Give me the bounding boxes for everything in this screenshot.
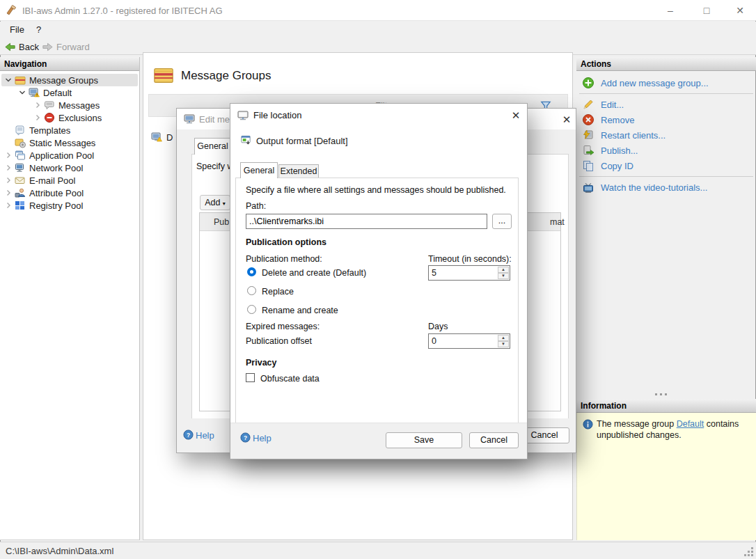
tab-general[interactable]: General — [240, 162, 278, 178]
default-group-icon — [151, 132, 162, 143]
obfuscate-data-checkbox[interactable] — [246, 373, 255, 382]
action-add-message-group[interactable]: Add new message group... — [576, 75, 756, 90]
chevron-right-icon[interactable] — [33, 113, 42, 122]
chevron-right-icon[interactable] — [4, 151, 13, 159]
action-restart-clients[interactable]: Restart clients... — [576, 127, 756, 143]
action-publish[interactable]: Publish... — [576, 143, 756, 158]
resize-grip[interactable] — [744, 547, 753, 556]
timeout-stepper[interactable]: 5 ▲▼ — [428, 265, 510, 281]
radio-delete-and-create[interactable] — [247, 267, 256, 276]
group-row-label: D — [166, 132, 173, 143]
action-label: Add new message group... — [601, 78, 709, 88]
message-groups-icon — [15, 74, 26, 86]
radio-replace-label: Replace — [262, 287, 294, 297]
file-dialog-titlebar: File location ✕ — [230, 104, 527, 126]
back-button[interactable]: Back — [4, 40, 39, 54]
navigation-tree: Message Groups Default Messages Exclusio… — [0, 71, 139, 212]
group-list-row[interactable]: D — [151, 132, 173, 143]
edit-dialog-tab-general[interactable]: General — [194, 138, 231, 155]
tree-item-email-pool[interactable]: E-mail Pool — [1, 174, 138, 187]
tree-item-exclusions[interactable]: Exclusions — [1, 111, 138, 124]
forward-label: Forward — [56, 42, 90, 52]
info-default-link[interactable]: Default — [677, 419, 704, 429]
tree-item-attribute-pool[interactable]: Attribute Pool — [1, 187, 138, 199]
navigation-panel: Navigation Message Groups Default Messag… — [0, 57, 140, 540]
actions-header: Actions — [576, 57, 756, 71]
tree-item-templates[interactable]: Templates — [1, 124, 138, 136]
spin-up-icon[interactable]: ▲ — [498, 267, 509, 273]
file-dialog-close-icon[interactable]: ✕ — [510, 110, 521, 121]
tree-item-message-groups[interactable]: Message Groups — [1, 74, 138, 86]
action-edit[interactable]: Edit... — [576, 97, 756, 112]
attribute-pool-icon — [15, 187, 26, 198]
status-bar: C:\IBI-aws\Admin\Data.xml — [0, 542, 756, 559]
action-copy-id[interactable]: Copy ID — [576, 158, 756, 173]
title-bar: IBI-aws Admin 1.27.0 - registered for IB… — [0, 0, 756, 21]
edit-dialog-close-icon[interactable]: ✕ — [561, 114, 572, 125]
chevron-right-icon[interactable] — [4, 189, 13, 197]
tree-label: Default — [43, 88, 72, 98]
radio-replace[interactable] — [247, 286, 256, 295]
information-body: The message group Default contains unpub… — [576, 413, 756, 540]
action-label: Edit... — [601, 100, 624, 110]
chevron-right-icon[interactable] — [4, 201, 13, 210]
actions-separator — [579, 176, 753, 177]
offset-stepper[interactable]: 0 ▲▼ — [428, 333, 510, 349]
spin-down-icon[interactable]: ▼ — [498, 341, 509, 347]
chevron-right-icon[interactable] — [4, 176, 13, 184]
file-dialog-description: Specify a file where all settings and me… — [246, 185, 514, 195]
output-format-icon — [240, 134, 252, 146]
help-icon: ? — [183, 430, 194, 440]
save-button[interactable]: Save — [386, 432, 462, 448]
timeout-value: 5 — [432, 268, 436, 278]
privacy-heading: Privacy — [246, 358, 276, 368]
action-remove[interactable]: Remove — [576, 112, 756, 127]
chevron-right-icon[interactable] — [33, 101, 42, 109]
publish-icon — [582, 144, 594, 157]
tree-item-messages[interactable]: Messages — [1, 99, 138, 111]
menu-help[interactable]: ? — [36, 24, 41, 35]
tree-item-default[interactable]: Default — [1, 86, 138, 99]
radio-delete-and-create-label: Delete and create (Default) — [262, 268, 366, 278]
dropdown-arrow-icon: ▾ — [223, 200, 226, 207]
tree-item-static-messages[interactable]: Static Messages — [1, 136, 138, 149]
close-button[interactable]: ✕ — [724, 0, 756, 21]
radio-rename-and-create-label: Rename and create — [262, 306, 338, 315]
radio-rename-and-create[interactable] — [247, 305, 256, 314]
remove-icon — [582, 113, 594, 126]
add-button-label: Add — [205, 198, 220, 207]
panel-splitter[interactable] — [655, 393, 672, 396]
tree-label: Exclusions — [58, 113, 102, 123]
spin-up-icon[interactable]: ▲ — [498, 335, 509, 341]
tab-extended[interactable]: Extended — [278, 164, 319, 178]
offset-value: 0 — [432, 336, 436, 346]
chevron-down-icon[interactable] — [18, 88, 26, 97]
menu-file[interactable]: File — [10, 24, 24, 35]
tree-label: Messages — [58, 100, 100, 111]
video-tutorials-icon — [582, 181, 594, 194]
window-title: IBI-aws Admin 1.27.0 - registered for IB… — [22, 6, 223, 16]
forward-button[interactable]: Forward — [42, 40, 90, 54]
chevron-down-icon[interactable] — [4, 76, 13, 84]
spin-down-icon[interactable]: ▼ — [498, 273, 509, 279]
menu-bar: File ? — [0, 22, 756, 38]
browse-button[interactable]: ... — [492, 214, 512, 229]
action-watch-video-tutorials[interactable]: Watch the video-tutorials... — [576, 180, 756, 195]
actions-panel: Actions Add new message group... Edit...… — [576, 57, 756, 393]
tree-item-network-pool[interactable]: Network Pool — [1, 162, 138, 174]
path-input[interactable] — [246, 214, 487, 229]
tree-label: Static Messages — [29, 138, 95, 148]
tree-item-application-pool[interactable]: Application Pool — [1, 149, 138, 162]
file-dialog-cancel-button[interactable]: Cancel — [469, 432, 519, 448]
information-panel: Information The message group Default co… — [576, 399, 756, 540]
days-label: Days — [428, 322, 448, 331]
application-pool-icon — [15, 150, 26, 161]
file-dialog-help-link[interactable]: Help — [253, 433, 271, 443]
add-dropdown-button[interactable]: Add ▾ — [200, 195, 230, 210]
minimize-button[interactable]: – — [654, 0, 686, 21]
path-label: Path: — [246, 201, 266, 211]
edit-dialog-help-link[interactable]: Help — [196, 430, 214, 441]
chevron-right-icon[interactable] — [4, 164, 13, 172]
maximize-button[interactable]: □ — [691, 0, 723, 21]
tree-item-registry-pool[interactable]: Registry Pool — [1, 199, 138, 212]
